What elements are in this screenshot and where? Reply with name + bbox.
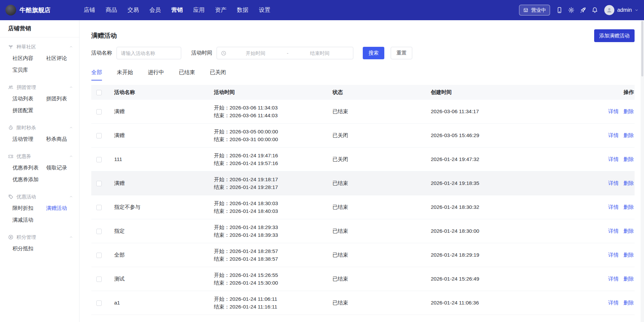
start-time: 开始：2026-01-24 19:18:17 [214,175,332,183]
delete-link[interactable]: 删除 [623,252,634,258]
sidebar-item[interactable]: 拼团列表 [46,93,73,104]
reset-button[interactable]: 重置 [391,47,412,59]
nav-item-4[interactable]: 会员 [150,0,161,20]
mobile-icon[interactable] [556,7,563,13]
sidebar-item[interactable]: 社区评论 [46,52,73,64]
nav-item-9[interactable]: 设置 [259,0,270,20]
user-icon [606,7,613,13]
row-actions: 详情删除 [595,252,635,259]
sidebar-item[interactable]: 宝贝库 [12,64,46,76]
detail-link[interactable]: 详情 [608,180,619,186]
nav-item-3[interactable]: 交易 [128,0,139,20]
sidebar-group-header[interactable]: 积分管理 [8,234,73,240]
status-badge[interactable]: 营业中 [519,5,550,15]
bell-icon[interactable] [591,7,598,13]
activity-name: 指定不参与 [114,204,214,211]
delete-link[interactable]: 删除 [623,300,634,305]
status-tab-3[interactable]: 进行中 [148,69,164,80]
delete-link[interactable]: 删除 [623,180,634,186]
rocket-icon[interactable] [580,7,586,13]
sidebar-group-header[interactable]: 限时秒杀 [8,124,73,131]
row-checkbox[interactable] [96,300,102,306]
detail-link[interactable]: 详情 [608,228,619,234]
sidebar-item[interactable]: 拼团配置 [12,104,46,116]
status-tab-1[interactable]: 全部 [91,69,102,80]
start-time: 开始：2026-01-24 18:29:33 [214,223,332,231]
chevron-up-icon [69,126,73,130]
sidebar-group-header[interactable]: 优惠券 [8,153,73,160]
brand: 牛酷旗舰店 [5,5,51,15]
user-menu[interactable]: admin [604,5,639,15]
sidebar-group-1: 种草社区社区内容社区评论宝贝库 [8,43,73,76]
detail-link[interactable]: 详情 [608,252,619,258]
sidebar-item[interactable]: 秒杀商品 [46,133,73,145]
row-checkbox[interactable] [96,133,102,138]
scrollbar-thumb[interactable] [641,21,643,76]
sidebar-item[interactable]: 社区内容 [12,52,46,64]
start-time: 开始：2026-01-24 18:30:03 [214,199,332,207]
row-checkbox[interactable] [96,229,102,234]
row-checkbox[interactable] [96,277,102,282]
delete-link[interactable]: 删除 [623,108,634,114]
nav-item-1[interactable]: 店铺 [84,0,95,20]
delete-link[interactable]: 删除 [623,156,634,162]
row-checkbox[interactable] [96,109,102,115]
sidebar-item[interactable]: 优惠券列表 [12,162,46,173]
nav-item-8[interactable]: 数据 [237,0,249,20]
detail-link[interactable]: 详情 [608,132,619,138]
activity-time: 开始：2026-03-05 00:00:00结束：2026-03-31 00:0… [214,128,332,143]
delete-link[interactable]: 删除 [623,276,634,282]
detail-link[interactable]: 详情 [608,276,619,282]
sidebar-item[interactable]: 领取记录 [46,162,73,173]
search-button[interactable]: 搜索 [363,47,384,59]
delete-link[interactable]: 删除 [623,228,634,234]
status-tab-2[interactable]: 未开始 [117,69,133,80]
sidebar-item[interactable]: 优惠券添加 [12,173,46,185]
end-time-input[interactable] [290,51,349,56]
nav-item-6[interactable]: 应用 [193,0,205,20]
detail-link[interactable]: 详情 [608,108,619,114]
checkbox-cell [91,156,114,162]
row-actions: 详情删除 [595,228,635,235]
detail-link[interactable]: 详情 [608,204,619,210]
activity-status: 已结束 [332,276,431,283]
row-actions: 详情删除 [595,156,635,163]
sidebar-group-header[interactable]: 种草社区 [8,43,73,50]
nav-item-2[interactable]: 商品 [106,0,117,20]
chevron-down-icon [635,8,639,12]
scrollbar[interactable] [641,20,644,322]
sidebar-item[interactable]: 限时折扣 [12,202,46,214]
detail-link[interactable]: 详情 [608,300,619,305]
status-tab-5[interactable]: 已关闭 [210,69,226,80]
sidebar-group-header[interactable]: 拼团管理 [8,84,73,91]
delete-link[interactable]: 删除 [623,132,634,138]
select-all-checkbox[interactable] [96,90,102,95]
activity-status: 已结束 [332,299,431,307]
activity-name-input[interactable] [117,47,181,59]
coupon-icon [8,154,13,159]
row-checkbox[interactable] [96,253,102,258]
avatar [604,5,614,15]
sidebar-item[interactable]: 活动管理 [12,133,46,145]
gear-icon[interactable] [568,7,575,13]
status-tab-4[interactable]: 已结束 [179,69,195,80]
row-checkbox[interactable] [96,205,102,210]
sidebar-group-header[interactable]: 优惠活动 [8,193,73,200]
sidebar-group-label: 拼团管理 [17,84,36,91]
start-time-input[interactable] [226,51,285,56]
sidebar-item[interactable]: 活动列表 [12,93,46,104]
detail-link[interactable]: 详情 [608,156,619,162]
sidebar-item[interactable]: 满减活动 [12,214,46,226]
row-checkbox[interactable] [96,157,102,162]
date-range-picker[interactable]: - [217,47,353,59]
row-checkbox[interactable] [96,181,102,186]
nav-item-7[interactable]: 资产 [215,0,227,20]
checkbox-cell [91,132,114,138]
add-activity-button[interactable]: 添加满赠活动 [594,29,635,42]
nav-item-5[interactable]: 营销 [171,0,183,20]
delete-link[interactable]: 删除 [623,204,634,210]
sidebar-item[interactable]: 满赠活动 [46,202,73,214]
start-time: 开始：2026-03-05 00:00:00 [214,128,332,135]
sidebar-item[interactable]: 积分抵扣 [12,243,46,254]
start-time: 开始：2026-01-24 18:28:57 [214,247,332,255]
